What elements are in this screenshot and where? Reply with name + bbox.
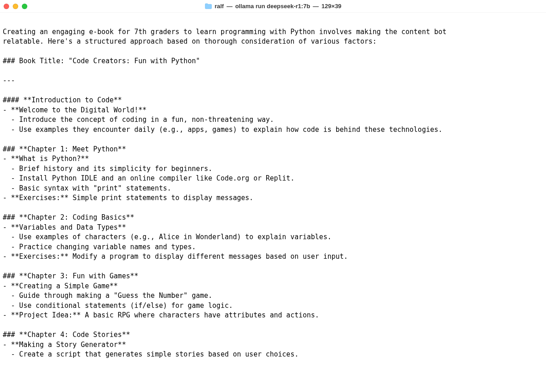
traffic-lights [4,4,27,9]
close-button[interactable] [4,4,9,9]
title-folder: ralf [215,3,224,10]
window-titlebar: ralf — ollama run deepseek-r1:7b — 129×3… [0,0,546,13]
title-process: ollama run deepseek-r1:7b [235,3,310,10]
window-title: ralf — ollama run deepseek-r1:7b — 129×3… [0,3,546,10]
title-sep-1: — [227,3,233,10]
minimize-button[interactable] [13,4,18,9]
folder-icon [205,3,212,9]
title-sep-2: — [313,3,319,10]
terminal-output[interactable]: Creating an engaging e-book for 7th grad… [0,13,546,392]
maximize-button[interactable] [22,4,27,9]
title-dimensions: 129×39 [322,3,342,10]
